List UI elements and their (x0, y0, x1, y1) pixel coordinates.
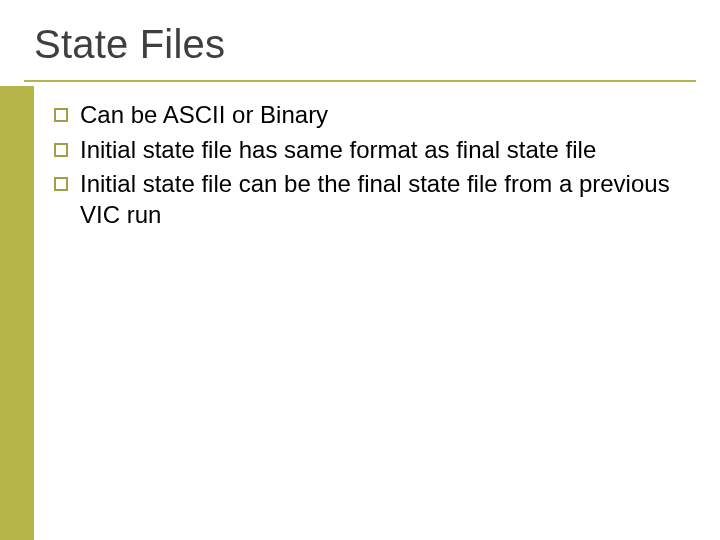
list-item: Initial state file can be the final stat… (54, 169, 680, 230)
list-item: Initial state file has same format as fi… (54, 135, 680, 166)
square-bullet-icon (54, 108, 68, 122)
bullet-text: Initial state file can be the final stat… (80, 169, 680, 230)
side-accent-bar (0, 86, 34, 540)
bullet-text: Can be ASCII or Binary (80, 100, 328, 131)
title-area: State Files (34, 22, 690, 67)
list-item: Can be ASCII or Binary (54, 100, 680, 131)
title-divider (24, 80, 696, 82)
slide: State Files Can be ASCII or Binary Initi… (0, 0, 720, 540)
bullet-text: Initial state file has same format as fi… (80, 135, 596, 166)
content-area: Can be ASCII or Binary Initial state fil… (54, 100, 680, 235)
square-bullet-icon (54, 143, 68, 157)
square-bullet-icon (54, 177, 68, 191)
slide-title: State Files (34, 22, 690, 67)
